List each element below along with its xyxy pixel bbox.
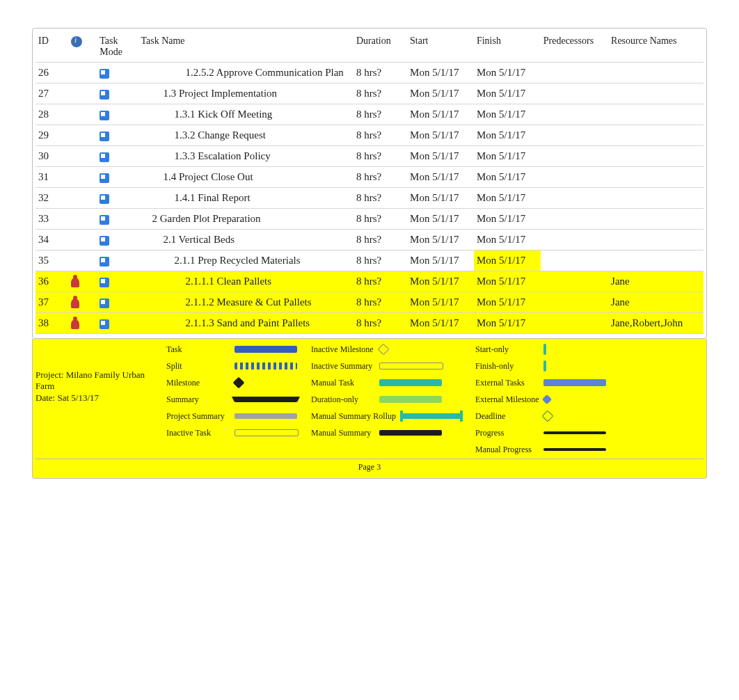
cell-pred (541, 104, 608, 125)
cell-task-mode (97, 271, 138, 292)
overallocated-icon (71, 319, 79, 329)
cell-task-name: 2.1.1 Prep Recycled Materials (138, 250, 353, 271)
legend-column: Start-onlyFinish-onlyExternal TasksExter… (475, 343, 606, 456)
cell-task-name: 1.2.5.2 Approve Communication Plan (138, 63, 353, 83)
cell-duration: 8 hrs? (353, 104, 407, 125)
legend-bar-icon (542, 395, 552, 404)
cell-id: 29 (35, 125, 68, 146)
task-mode-icon (100, 152, 109, 162)
cell-start: Mon 5/1/17 (407, 271, 474, 292)
cell-duration: 8 hrs? (353, 63, 407, 83)
col-resource: Resource Names (608, 31, 704, 63)
legend-bar-icon (379, 379, 442, 386)
cell-indicator (68, 125, 97, 146)
legend-label: Task (166, 344, 230, 355)
legend-bar-icon (543, 431, 606, 434)
cell-pred (541, 83, 608, 104)
overallocated-icon (71, 278, 79, 287)
cell-res (608, 230, 704, 250)
legend-column: Inactive MilestoneInactive SummaryManual… (311, 343, 463, 456)
cell-task-name: 1.3.3 Escalation Policy (138, 146, 353, 167)
col-predecessors: Predecessors (541, 31, 608, 63)
cell-duration: 8 hrs? (353, 188, 407, 209)
legend-bar-icon (542, 411, 554, 422)
legend-bar-icon (543, 448, 606, 451)
cell-pred (541, 167, 608, 188)
cell-pred (541, 271, 608, 292)
legend-item: Start-only (475, 343, 606, 356)
task-mode-icon (100, 194, 109, 204)
task-mode-icon (100, 299, 109, 308)
task-mode-icon (100, 215, 109, 225)
legend-label: Inactive Summary (311, 361, 375, 372)
cell-task-name: 2.1.1.2 Measure & Cut Pallets (138, 292, 353, 313)
cell-finish: Mon 5/1/17 (474, 125, 541, 146)
cell-finish: Mon 5/1/17 (474, 104, 541, 125)
cell-res (608, 188, 704, 209)
cell-task-mode (97, 167, 138, 188)
cell-start: Mon 5/1/17 (407, 63, 474, 83)
legend-label: Split (166, 361, 230, 372)
legend-label: Summary (166, 395, 230, 405)
legend-bar-icon (379, 430, 442, 436)
col-task-mode: Task Mode (97, 31, 138, 63)
cell-indicator (68, 209, 97, 230)
cell-duration: 8 hrs? (353, 167, 407, 188)
cell-indicator (68, 146, 97, 167)
cell-duration: 8 hrs? (353, 125, 407, 146)
task-mode-icon (100, 132, 109, 141)
legend-label: Project Summary (166, 411, 230, 422)
cell-finish: Mon 5/1/17 (474, 271, 541, 292)
cell-pred (541, 188, 608, 209)
cell-indicator (68, 188, 97, 209)
legend-item: Inactive Milestone (311, 343, 463, 356)
cell-finish: Mon 5/1/17 (474, 230, 541, 250)
cell-task-mode (97, 250, 138, 271)
cell-start: Mon 5/1/17 (407, 188, 474, 209)
cell-start: Mon 5/1/17 (407, 313, 474, 334)
legend-item: Task (166, 343, 299, 356)
cell-finish: Mon 5/1/17 (474, 167, 541, 188)
cell-start: Mon 5/1/17 (407, 125, 474, 146)
legend-item: Project Summary (166, 410, 299, 422)
cell-indicator (68, 83, 97, 104)
legend-item: Milestone (166, 376, 299, 389)
cell-res: Jane,Robert,John (608, 313, 704, 334)
legend-label: Duration-only (311, 395, 375, 405)
cell-duration: 8 hrs? (353, 292, 407, 313)
task-name-text: 2.1.1 Prep Recycled Materials (141, 255, 300, 266)
legend-item: Manual Progress (475, 443, 606, 456)
cell-res (608, 250, 704, 271)
table-row: 311.4 Project Close Out8 hrs?Mon 5/1/17M… (35, 167, 704, 188)
task-name-text: 1.4 Project Close Out (141, 171, 253, 182)
legend-item: Deadline (475, 410, 606, 422)
legend-label: Finish-only (475, 361, 539, 372)
col-finish: Finish (474, 31, 541, 63)
project-date: Date: Sat 5/13/17 (35, 392, 154, 404)
legend-label: Manual Summary Rollup (311, 411, 396, 422)
page-number: Page 3 (35, 459, 704, 477)
legend-label: External Milestone (475, 395, 539, 405)
col-duration: Duration (353, 31, 407, 63)
legend-title: Project: Milano Family Urban Farm Date: … (35, 343, 154, 404)
legend-label: External Tasks (475, 378, 539, 388)
cell-start: Mon 5/1/17 (407, 83, 474, 104)
cell-indicator (68, 271, 97, 292)
cell-task-mode (97, 209, 138, 230)
task-mode-icon (100, 111, 109, 120)
legend-label: Inactive Task (166, 428, 230, 438)
legend-item: Inactive Summary (311, 360, 463, 372)
cell-indicator (68, 230, 97, 250)
col-id: ID (35, 31, 68, 63)
cell-task-name: 2 Garden Plot Preparation (138, 209, 353, 230)
task-mode-icon (100, 257, 109, 267)
table-row: 271.3 Project Implementation8 hrs?Mon 5/… (35, 83, 704, 104)
legend-item: Finish-only (475, 360, 606, 372)
legend-bar-icon (235, 346, 297, 353)
cell-start: Mon 5/1/17 (407, 167, 474, 188)
cell-id: 38 (35, 313, 68, 334)
task-sheet: ID Task Mode Task Name Duration Start Fi… (32, 28, 707, 339)
cell-res (608, 167, 704, 188)
task-name-text: 1.3.2 Change Request (141, 129, 266, 141)
legend-columns: TaskSplitMilestoneSummaryProject Summary… (166, 343, 704, 456)
